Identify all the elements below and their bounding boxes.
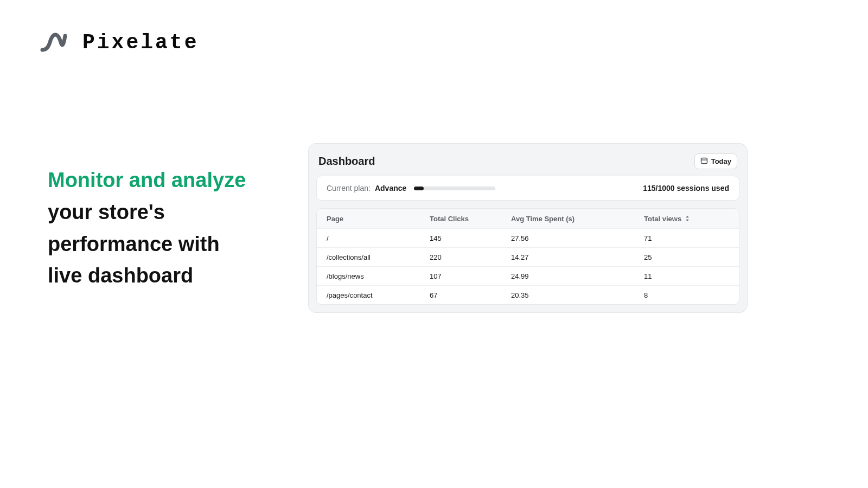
cell-views: 71	[644, 234, 729, 242]
col-header-avg-time[interactable]: Avg Time Spent (s)	[511, 215, 644, 223]
cell-time: 27.56	[511, 234, 644, 242]
svg-rect-0	[701, 158, 707, 164]
cell-time: 20.35	[511, 291, 644, 299]
cell-page: /collections/all	[327, 253, 430, 261]
cell-clicks: 145	[430, 234, 511, 242]
plan-label: Current plan:	[327, 184, 371, 192]
cell-page: /	[327, 234, 430, 242]
calendar-icon	[700, 157, 708, 166]
plan-name: Advance	[375, 184, 406, 192]
marketing-tagline: Monitor and analyze your store's perform…	[48, 164, 276, 292]
cell-clicks: 220	[430, 253, 511, 261]
table-row[interactable]: /blogs/news 107 24.99 11	[317, 266, 739, 285]
brand-header: Pixelate	[0, 0, 868, 56]
cell-page: /blogs/news	[327, 272, 430, 280]
table-row[interactable]: /pages/contact 67 20.35 8	[317, 285, 739, 304]
cell-page: /pages/contact	[327, 291, 430, 299]
plan-sessions-text: 115/1000 sessions used	[643, 184, 729, 192]
plan-card: Current plan: Advance 115/1000 sessions …	[316, 176, 739, 201]
col-header-total-views[interactable]: Total views	[644, 215, 729, 223]
tagline-line-1: your store's	[48, 196, 276, 228]
col-header-page[interactable]: Page	[327, 215, 430, 223]
cell-views: 11	[644, 272, 729, 280]
tagline-line-3: live dashboard	[48, 260, 276, 292]
dashboard-title: Dashboard	[318, 155, 375, 168]
cell-time: 14.27	[511, 253, 644, 261]
table-row[interactable]: / 145 27.56 71	[317, 228, 739, 247]
cell-views: 8	[644, 291, 729, 299]
date-filter-label: Today	[711, 157, 731, 165]
tagline-highlight: Monitor and analyze	[48, 164, 276, 196]
plan-progress-bar	[414, 187, 495, 190]
tagline-line-2: performance with	[48, 228, 276, 260]
brand-logo-icon	[39, 28, 67, 56]
pages-table: Page Total Clicks Avg Time Spent (s) Tot…	[316, 208, 739, 305]
brand-name: Pixelate	[82, 31, 199, 54]
table-row[interactable]: /collections/all 220 14.27 25	[317, 247, 739, 266]
cell-clicks: 107	[430, 272, 511, 280]
cell-clicks: 67	[430, 291, 511, 299]
cell-views: 25	[644, 253, 729, 261]
col-header-total-clicks[interactable]: Total Clicks	[430, 215, 511, 223]
dashboard-header: Dashboard Today	[316, 151, 739, 176]
col-header-total-views-label: Total views	[644, 215, 681, 223]
date-filter-button[interactable]: Today	[694, 153, 737, 169]
plan-progress-fill	[414, 187, 424, 190]
dashboard-panel: Dashboard Today Current plan: Advance 11…	[308, 143, 748, 313]
cell-time: 24.99	[511, 272, 644, 280]
sort-icon	[685, 215, 690, 222]
table-header-row: Page Total Clicks Avg Time Spent (s) Tot…	[317, 209, 739, 228]
